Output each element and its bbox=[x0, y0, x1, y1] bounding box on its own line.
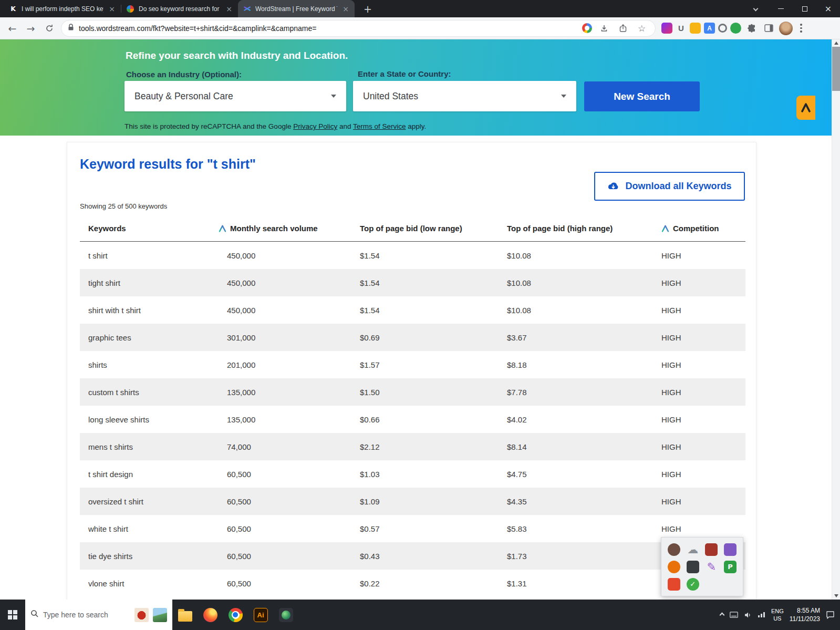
feedback-side-tab[interactable] bbox=[796, 96, 815, 120]
taskbar-app-icon-5[interactable] bbox=[273, 600, 298, 630]
industry-label: Choose an Industry (Optional): bbox=[126, 70, 242, 79]
wordstream-mark-icon bbox=[219, 225, 226, 232]
browser-tab-2[interactable]: Do seo keyword research for yo × bbox=[121, 0, 238, 17]
privacy-policy-link[interactable]: Privacy Policy bbox=[293, 122, 337, 130]
competition-cell: HIGH bbox=[661, 306, 745, 315]
update-check-icon[interactable]: ✓ bbox=[687, 578, 699, 591]
wordstream-favicon-icon bbox=[243, 5, 251, 13]
browser-menu-icon[interactable] bbox=[796, 24, 806, 33]
extension-icon-5[interactable] bbox=[718, 24, 727, 33]
location-select[interactable]: United States bbox=[353, 81, 576, 111]
keyword-rows: t shirt 450,000 $1.54 $10.08 HIGH tight … bbox=[80, 242, 745, 597]
extensions-row: U A bbox=[661, 21, 806, 35]
profile-avatar[interactable] bbox=[779, 22, 793, 35]
tab-close-icon[interactable]: × bbox=[225, 5, 233, 13]
column-keywords: Keywords bbox=[80, 224, 219, 233]
page-scrollbar[interactable] bbox=[832, 39, 840, 600]
language-indicator[interactable]: ENG US bbox=[771, 607, 784, 623]
tray-app-icon-6[interactable] bbox=[687, 561, 699, 573]
tray-app-icon-4[interactable] bbox=[724, 543, 737, 556]
volume-cell: 450,000 bbox=[219, 278, 360, 287]
url-text: tools.wordstream.com/fkt?website=t+shirt… bbox=[79, 24, 577, 33]
address-bar[interactable]: tools.wordstream.com/fkt?website=t+shirt… bbox=[61, 20, 656, 37]
bid-low-cell: $1.09 bbox=[360, 497, 507, 506]
translate-extension-icon[interactable]: A bbox=[704, 23, 715, 34]
tab-close-icon[interactable]: × bbox=[108, 5, 116, 13]
tray-flyout: ☁✎P✓ bbox=[661, 537, 743, 596]
tab-search-caret-icon[interactable] bbox=[753, 6, 759, 12]
extension-icon-3[interactable] bbox=[690, 23, 701, 34]
keyword-results-card: Keyword results for "t shirt" Download a… bbox=[67, 142, 756, 600]
competition-cell: HIGH bbox=[661, 497, 745, 506]
speaker-icon[interactable] bbox=[744, 611, 752, 619]
scroll-up-button[interactable] bbox=[832, 39, 840, 47]
extension-icon-1[interactable] bbox=[661, 23, 672, 34]
maximize-button[interactable] bbox=[793, 0, 816, 17]
forward-button[interactable]: → bbox=[22, 19, 39, 37]
back-button[interactable]: ← bbox=[4, 19, 21, 37]
onedrive-icon[interactable]: ☁ bbox=[687, 543, 699, 556]
bid-high-cell: $10.08 bbox=[507, 278, 661, 287]
volume-cell: 135,000 bbox=[219, 388, 360, 397]
volume-cell: 60,500 bbox=[219, 579, 360, 588]
close-window-button[interactable]: × bbox=[816, 0, 840, 17]
extension-icon-2[interactable]: U bbox=[676, 23, 687, 34]
extension-icon-6[interactable] bbox=[730, 23, 741, 34]
tray-app-icon-8[interactable]: P bbox=[724, 561, 737, 573]
chevron-down-icon bbox=[561, 95, 566, 98]
keyword-table-row: white t shirt 60,500 $0.57 $5.83 HIGH bbox=[80, 515, 745, 542]
keyword-cell: t shirt bbox=[80, 251, 219, 260]
tray-expand-icon[interactable] bbox=[719, 612, 724, 617]
tray-app-icon-9[interactable] bbox=[668, 578, 680, 591]
volume-cell: 60,500 bbox=[219, 524, 360, 533]
google-g-icon[interactable] bbox=[582, 23, 592, 33]
keyword-cell: oversized t shirt bbox=[80, 497, 219, 506]
kwork-favicon-icon: K bbox=[9, 5, 17, 13]
file-explorer-icon[interactable] bbox=[172, 600, 198, 630]
industry-select[interactable]: Beauty & Personal Care bbox=[125, 81, 346, 111]
bid-low-cell: $0.57 bbox=[360, 524, 507, 533]
browser-tab-1[interactable]: K I will perform indepth SEO keyw × bbox=[4, 0, 121, 17]
illustrator-icon[interactable]: Ai bbox=[248, 600, 273, 630]
tray-app-icon-5[interactable] bbox=[668, 561, 680, 573]
reload-button[interactable] bbox=[40, 19, 58, 37]
bookmark-star-icon[interactable]: ☆ bbox=[635, 21, 649, 35]
page-viewport: Refine your search with Industry and Loc… bbox=[0, 39, 840, 600]
keyword-cell: shirt with t shirt bbox=[80, 306, 219, 315]
location-label: Enter a State or Country: bbox=[358, 69, 451, 78]
share-icon[interactable] bbox=[616, 21, 630, 35]
download-icon[interactable] bbox=[597, 21, 611, 35]
chrome-icon[interactable] bbox=[223, 600, 248, 630]
search-input[interactable] bbox=[43, 611, 130, 619]
firefox-icon[interactable] bbox=[198, 600, 223, 630]
start-button[interactable] bbox=[0, 600, 25, 630]
scroll-down-button[interactable] bbox=[832, 592, 840, 600]
taskbar-clock[interactable]: 8:55 AM 11/11/2023 bbox=[790, 606, 820, 623]
bid-low-cell: $1.50 bbox=[360, 388, 507, 397]
tab-close-icon[interactable]: × bbox=[341, 5, 350, 13]
new-search-button[interactable]: New Search bbox=[584, 81, 700, 111]
tray-app-icon-3[interactable] bbox=[705, 543, 718, 556]
download-all-keywords-button[interactable]: Download all Keywords bbox=[594, 172, 745, 201]
touch-keyboard-icon[interactable] bbox=[730, 612, 738, 618]
terms-of-service-link[interactable]: Terms of Service bbox=[353, 122, 406, 130]
recaptcha-text: apply. bbox=[408, 122, 426, 130]
side-panel-icon[interactable] bbox=[762, 21, 776, 35]
tray-app-icon-1[interactable] bbox=[668, 543, 680, 556]
search-highlight-flower-image[interactable] bbox=[134, 608, 149, 622]
system-tray: ENG US 8:55 AM 11/11/2023 bbox=[720, 600, 840, 630]
new-tab-button[interactable]: + bbox=[360, 1, 376, 17]
scrollbar-thumb[interactable] bbox=[832, 47, 840, 91]
extensions-puzzle-icon[interactable] bbox=[744, 21, 759, 35]
chevron-down-icon bbox=[331, 95, 336, 98]
taskbar-search[interactable] bbox=[25, 600, 172, 630]
bid-low-cell: $1.54 bbox=[360, 306, 507, 315]
tray-app-icon-7[interactable]: ✎ bbox=[705, 561, 718, 573]
wordstream-mark-icon bbox=[661, 225, 669, 232]
action-center-icon[interactable] bbox=[826, 611, 835, 619]
browser-tab-3-active[interactable]: WordStream | Free Keyword Too × bbox=[238, 0, 355, 17]
search-refine-panel: Refine your search with Industry and Loc… bbox=[0, 39, 840, 136]
minimize-button[interactable] bbox=[769, 0, 793, 17]
search-highlight-photo-image[interactable] bbox=[153, 608, 167, 622]
network-icon[interactable] bbox=[758, 612, 765, 618]
